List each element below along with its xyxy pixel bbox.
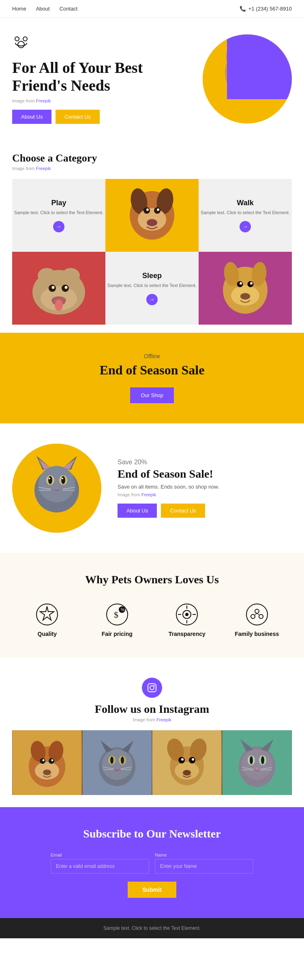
svg-point-121 xyxy=(242,749,272,780)
svg-point-0 xyxy=(15,37,19,41)
category-credit: Image from Freepik xyxy=(12,166,292,171)
nav-home[interactable]: Home xyxy=(12,6,26,12)
category-credit-link[interactable]: Freepik xyxy=(36,166,51,171)
nav-about[interactable]: About xyxy=(36,6,50,12)
why-grid: Quality $ % Fair pricing xyxy=(12,602,292,637)
svg-point-1 xyxy=(23,37,27,41)
instagram-photo-tabby[interactable] xyxy=(222,730,292,795)
svg-text:$: $ xyxy=(114,610,118,620)
category-play-arrow[interactable]: → xyxy=(53,221,64,232)
svg-point-55 xyxy=(49,478,50,479)
save-contact-button[interactable]: Contact Us xyxy=(161,504,205,518)
svg-point-76 xyxy=(251,614,255,619)
svg-point-53 xyxy=(48,476,52,484)
email-input[interactable] xyxy=(51,859,149,874)
category-sleep-text: Sample text. Click to select the Text El… xyxy=(107,283,197,289)
hero-credit: Image from Freepik xyxy=(12,98,191,103)
category-sleep-title: Sleep xyxy=(142,272,162,280)
svg-point-101 xyxy=(121,757,124,764)
phone-icon: 📞 xyxy=(240,6,246,12)
category-walk-title: Walk xyxy=(237,199,253,207)
svg-point-20 xyxy=(146,208,149,211)
svg-point-81 xyxy=(150,686,154,690)
instagram-photo-chihuahua[interactable] xyxy=(152,730,222,795)
sale-title: End of Season Sale xyxy=(12,363,292,378)
why-transparency: Transparency xyxy=(158,602,215,637)
fair-pricing-icon: $ % xyxy=(105,602,129,627)
save-description: Save on all items. Ends soon, so shop no… xyxy=(118,484,292,490)
goldie-svg xyxy=(199,252,292,325)
svg-point-115 xyxy=(192,758,194,761)
save-about-button[interactable]: About Us xyxy=(118,504,157,518)
instagram-grid xyxy=(12,730,292,795)
category-grid: Play Sample text. Click to select the Te… xyxy=(12,179,292,325)
svg-point-33 xyxy=(55,300,63,311)
svg-point-43 xyxy=(240,293,250,300)
why-family-business-label: Family business xyxy=(235,631,279,637)
hero-text: For All of Your Best Friend's Needs Imag… xyxy=(12,34,191,124)
svg-point-90 xyxy=(43,759,45,761)
hero-about-button[interactable]: About Us xyxy=(12,110,51,124)
email-group: Email xyxy=(51,852,149,874)
svg-point-89 xyxy=(49,758,54,764)
save-credit-link[interactable]: Freepik xyxy=(141,492,156,497)
newsletter-title: Subscribe to Our Newsletter xyxy=(12,827,292,840)
instagram-svg-icon xyxy=(147,683,157,693)
main-nav: Home About Contact 📞 +1 (234) 567-8910 xyxy=(0,0,304,18)
category-play[interactable]: Play Sample text. Click to select the Te… xyxy=(12,179,105,252)
svg-point-100 xyxy=(110,757,113,764)
hero-contact-button[interactable]: Contact Us xyxy=(56,110,99,124)
hero-purple-bg xyxy=(227,34,292,99)
instagram-photo-dog[interactable] xyxy=(12,730,82,795)
svg-point-82 xyxy=(154,685,155,686)
category-sleep-arrow[interactable]: → xyxy=(146,294,158,305)
transparency-icon xyxy=(175,602,199,627)
category-walk-arrow[interactable]: → xyxy=(240,221,251,232)
name-input[interactable] xyxy=(155,859,253,874)
instagram-photo-cat[interactable] xyxy=(82,730,152,795)
hero-image xyxy=(203,34,292,123)
quality-svg-icon xyxy=(35,602,59,627)
svg-point-88 xyxy=(40,758,45,764)
hero-logo xyxy=(12,34,191,53)
svg-point-97 xyxy=(102,749,133,780)
svg-point-74 xyxy=(246,604,268,625)
svg-line-79 xyxy=(257,613,259,615)
svg-point-54 xyxy=(61,476,65,484)
svg-point-50 xyxy=(39,466,75,502)
instagram-credit-link[interactable]: Freepik xyxy=(156,717,171,722)
svg-point-22 xyxy=(147,219,157,226)
bulldog-svg xyxy=(12,252,105,325)
svg-point-42 xyxy=(250,282,253,285)
svg-point-21 xyxy=(157,208,159,211)
svg-text:%: % xyxy=(121,608,124,612)
hero-section: For All of Your Best Friend's Needs Imag… xyxy=(0,18,304,136)
category-sleep[interactable]: Sleep Sample text. Click to select the T… xyxy=(105,252,199,325)
svg-line-78 xyxy=(255,613,257,615)
category-walk[interactable]: Walk Sample text. Click to select the Te… xyxy=(199,179,292,252)
svg-point-2 xyxy=(18,41,24,48)
hero-credit-link[interactable]: Freepik xyxy=(36,98,51,103)
family-business-icon xyxy=(245,602,269,627)
svg-point-91 xyxy=(51,759,54,761)
submit-button[interactable]: Submit xyxy=(128,882,176,898)
svg-point-41 xyxy=(240,282,242,285)
svg-point-30 xyxy=(52,286,55,289)
footer: Sample text. Click to select the Text El… xyxy=(0,918,304,938)
sale-shop-button[interactable]: Our Shop xyxy=(130,387,174,403)
svg-point-56 xyxy=(62,478,63,479)
svg-point-125 xyxy=(261,756,264,764)
sale-label: Offline xyxy=(12,353,292,359)
why-title: Why Pets Owners Loves Us xyxy=(12,573,292,586)
nav-contact[interactable]: Contact xyxy=(60,6,78,12)
svg-point-124 xyxy=(250,756,253,764)
why-section: Why Pets Owners Loves Us Quality $ % xyxy=(0,553,304,657)
save-buttons: About Us Contact Us xyxy=(118,504,292,518)
svg-point-116 xyxy=(183,770,191,776)
why-quality: Quality xyxy=(19,602,75,637)
pets-logo-icon xyxy=(12,34,30,52)
svg-point-77 xyxy=(259,614,263,619)
save-sale-title: End of Season Sale! xyxy=(118,468,292,480)
category-play-title: Play xyxy=(51,199,66,207)
insta-tabby-svg xyxy=(223,730,291,795)
